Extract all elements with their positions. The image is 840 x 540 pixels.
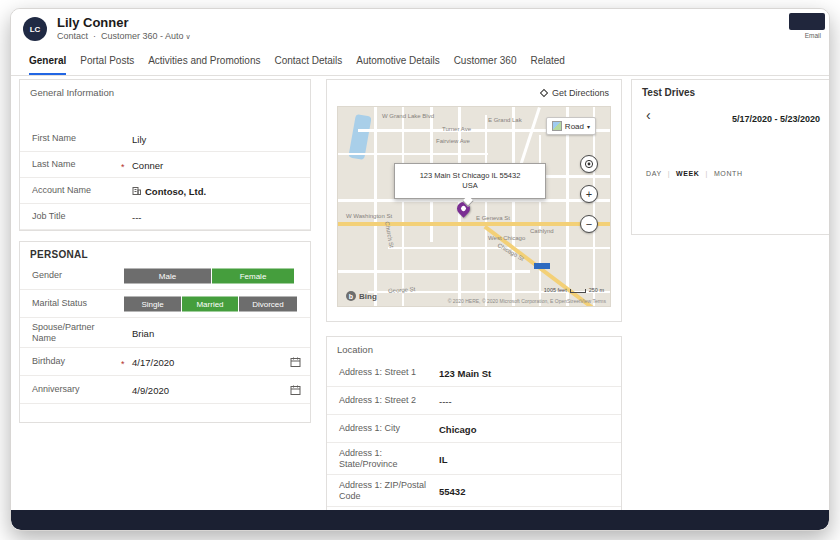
- email-button[interactable]: [789, 13, 825, 30]
- get-directions-button[interactable]: Get Directions: [541, 88, 609, 98]
- record-subtitle: Contact Customer 360 - Auto: [57, 31, 191, 41]
- view-week[interactable]: WEEK: [676, 170, 699, 177]
- personal-section: PERSONAL Gender Male Female Marital Stat…: [19, 241, 311, 423]
- record-header: LC Lily Conner Contact Customer 360 - Au…: [11, 9, 829, 49]
- field-row-birthday: Birthday 4/17/2020: [20, 348, 310, 376]
- map-road: [539, 135, 541, 307]
- tab-customer-360[interactable]: Customer 360: [454, 55, 517, 75]
- tooltip-address: 123 Main St Chicago IL 55432: [420, 171, 521, 181]
- calendar-icon[interactable]: [290, 356, 301, 367]
- test-drives-section: Test Drives ‹ 5/17/2020 - 5/23/2020 DAY …: [631, 79, 830, 235]
- map-road: [338, 199, 611, 202]
- field-label: Address 1: ZIP/Postal Code: [339, 479, 439, 502]
- field-value[interactable]: Contoso, Ltd.: [132, 185, 206, 196]
- field-value[interactable]: 123 Main St: [439, 367, 491, 378]
- field-label: Marital Status: [32, 298, 118, 309]
- zoom-in-button[interactable]: +: [580, 185, 598, 203]
- bing-icon: b: [346, 291, 356, 301]
- chevron-left-icon[interactable]: ‹: [646, 108, 651, 122]
- tooltip-country: USA: [462, 181, 477, 191]
- street-label: Turner Ave: [442, 126, 471, 132]
- tab-related[interactable]: Related: [530, 55, 564, 75]
- calendar-icon[interactable]: [290, 384, 301, 395]
- field-row-city: Address 1: City Chicago: [327, 415, 621, 443]
- marital-status-option-set: Single Married Divorced: [124, 296, 297, 311]
- form-tab-bar: General Portal Posts Activities and Prom…: [11, 49, 829, 76]
- tab-activities-and-promotions[interactable]: Activities and Promotions: [148, 55, 260, 75]
- bing-map-canvas[interactable]: W Grand Lake Blvd Turner Ave Fairview Av…: [337, 106, 611, 307]
- required-indicator: [121, 156, 125, 174]
- page-title: Lily Conner: [57, 15, 129, 30]
- option-male[interactable]: Male: [124, 268, 211, 283]
- building-icon: [132, 186, 141, 195]
- street-label: Fairview Ave: [436, 138, 470, 144]
- field-value[interactable]: 4/17/2020: [132, 356, 174, 367]
- option-married[interactable]: Married: [182, 296, 238, 311]
- map-copyright[interactable]: © 2020 HERE, © 2020 Microsoft Corporatio…: [448, 298, 606, 304]
- tab-portal-posts[interactable]: Portal Posts: [80, 55, 134, 75]
- field-row-zip: Address 1: ZIP/Postal Code 55432: [327, 475, 621, 507]
- field-value[interactable]: 55432: [439, 485, 465, 496]
- street-label: Cathlynd: [530, 228, 554, 234]
- option-female[interactable]: Female: [212, 268, 294, 283]
- map-road: [593, 107, 595, 307]
- tab-general[interactable]: General: [29, 55, 66, 75]
- scale-meters-label: 250 m: [589, 287, 604, 293]
- field-value[interactable]: 4/9/2020: [132, 384, 169, 395]
- map-road-major: [338, 222, 611, 226]
- map-road: [402, 107, 404, 307]
- app-window: LC Lily Conner Contact Customer 360 - Au…: [10, 8, 830, 531]
- required-indicator: [121, 353, 125, 371]
- zoom-out-button[interactable]: −: [580, 215, 598, 233]
- field-label: Address 1: State/Province: [339, 447, 429, 470]
- bing-logo: b Bing: [346, 291, 377, 301]
- field-value[interactable]: Brian: [132, 327, 154, 338]
- field-label: Anniversary: [32, 384, 118, 395]
- field-value[interactable]: Chicago: [439, 423, 476, 434]
- view-separator: [668, 170, 670, 177]
- field-label: Gender: [32, 270, 118, 281]
- bing-wordmark: Bing: [359, 292, 377, 301]
- email-button-label: Email: [805, 32, 821, 39]
- map-transit-marker: [534, 263, 550, 269]
- section-title: Test Drives: [642, 87, 695, 98]
- map-road: [512, 107, 515, 307]
- field-value[interactable]: IL: [439, 453, 447, 464]
- field-label: Last Name: [32, 159, 118, 170]
- calendar-view-switcher: DAY WEEK MONTH: [646, 170, 743, 177]
- view-month[interactable]: MONTH: [714, 170, 743, 177]
- directions-icon: [540, 89, 548, 97]
- street-label: W Washington St: [346, 213, 392, 219]
- map-address-tooltip: 123 Main St Chicago IL 55432 USA: [394, 163, 546, 199]
- field-row-first-name: First Name Lily: [20, 126, 310, 152]
- locate-me-button[interactable]: [580, 155, 598, 173]
- form-selector[interactable]: Customer 360 - Auto: [101, 31, 191, 41]
- general-information-section: General Information First Name Lily Last…: [19, 79, 311, 231]
- subtitle-separator: [93, 31, 96, 41]
- field-value[interactable]: Lily: [132, 133, 146, 144]
- street-label: E Grand Lak: [488, 117, 522, 123]
- street-label: W Grand Lake Blvd: [382, 113, 434, 119]
- field-label: Account Name: [32, 185, 118, 196]
- avatar: LC: [23, 17, 47, 41]
- field-value[interactable]: ---: [132, 211, 142, 222]
- map-view-label: Road: [565, 122, 584, 131]
- chevron-down-icon: [587, 122, 590, 131]
- field-row-last-name: Last Name Conner: [20, 152, 310, 178]
- map-view-dropdown[interactable]: Road: [546, 117, 596, 135]
- tab-contact-details[interactable]: Contact Details: [274, 55, 342, 75]
- option-divorced[interactable]: Divorced: [239, 296, 297, 311]
- option-single[interactable]: Single: [124, 296, 181, 311]
- view-day[interactable]: DAY: [646, 170, 662, 177]
- field-value[interactable]: ----: [439, 395, 452, 406]
- tab-automotive-details[interactable]: Automotive Details: [356, 55, 439, 75]
- field-row-job-title: Job Title ---: [20, 204, 310, 230]
- section-title: General Information: [30, 87, 114, 98]
- street-label: E Geneva St: [476, 215, 510, 221]
- field-label: Birthday: [32, 356, 118, 367]
- field-value[interactable]: Conner: [132, 159, 163, 170]
- street-label: West Chicago: [488, 235, 525, 241]
- get-directions-label: Get Directions: [552, 88, 609, 98]
- field-label: Address 1: Street 2: [339, 395, 439, 406]
- field-row-spouse: Spouse/Partner Name Brian: [20, 318, 310, 348]
